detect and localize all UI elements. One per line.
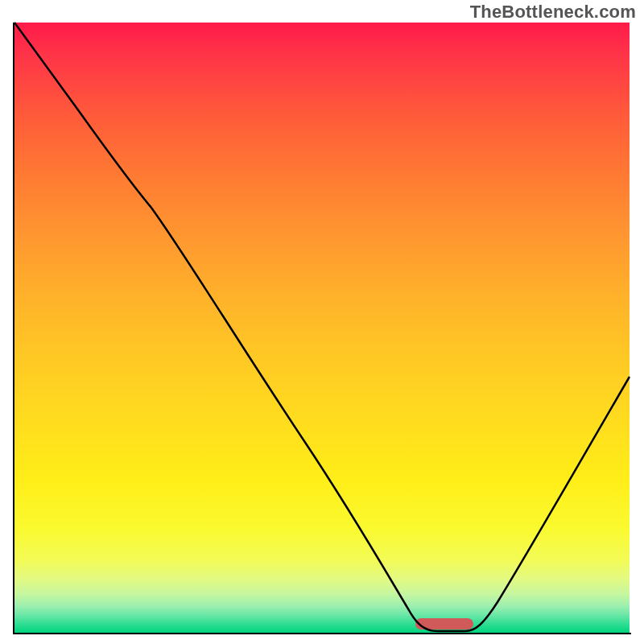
y-axis — [13, 23, 14, 634]
watermark-text: TheBottleneck.com — [470, 2, 636, 23]
chart-container: { "watermark": "TheBottleneck.com", "cha… — [0, 0, 644, 644]
curve-line — [14, 23, 630, 633]
plot-area — [14, 23, 630, 633]
x-axis — [13, 633, 631, 634]
